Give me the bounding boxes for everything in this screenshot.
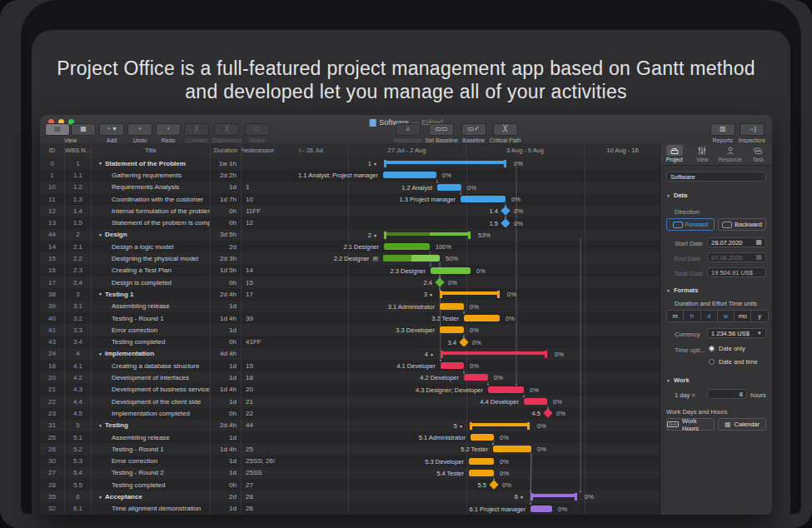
inspectors-button[interactable]: →| [740,123,765,136]
hours-per-day-field[interactable]: 8 [707,389,747,399]
radio-date-and-time[interactable]: Date and time [709,358,758,366]
bar-label: 6.1 Project manager [469,506,526,513]
add-task-button[interactable]: + ▾ [99,123,124,136]
time-unit-m[interactable]: m [667,311,684,321]
work-hours-button[interactable]: 24:00Work Hours [666,418,715,431]
section-data[interactable]: ▼Data [666,192,687,199]
gantt-task-bar[interactable]: 6.1 Project manager0% [275,503,660,515]
chart-view-button[interactable]: ▦ [71,123,96,136]
task-id: 24 [40,348,65,360]
end-date-label: End Date [675,255,700,262]
time-unit-y[interactable]: y [751,311,767,321]
redo-button[interactable]: › [156,123,181,136]
disconnect-button[interactable]: ╳ [214,123,239,136]
task-id: 11 [40,193,65,205]
tab-view[interactable]: View [689,143,717,165]
reports-button[interactable]: ▥ [710,123,735,136]
bar-body [464,315,500,321]
column-header-id[interactable]: ID [40,143,65,157]
gantt-milestone[interactable]: 5.50% [275,479,660,491]
gantt-milestone[interactable]: 1.50% [275,217,660,229]
bar-percent: 0% [585,493,594,501]
gantt-task-bar[interactable]: 1.3 Project manager0% [275,193,660,205]
critical-path-button[interactable]: ╳ [493,123,518,136]
gantt-task-bar[interactable]: 5.3 Developer0% [275,456,660,467]
gantt-task-bar[interactable]: 1.2 Analyst0% [275,182,660,193]
gantt-task-bar[interactable]: 2.2 Designer▤50% [275,252,660,264]
radio-date-only[interactable]: Date only [709,345,745,352]
collapse-caret-icon[interactable]: ▼ [98,232,102,237]
gantt-summary-bar[interactable]: 6 ▼0% [275,491,660,502]
column-header-predecessors[interactable]: Predecessors [242,143,275,157]
task-duration: 0h [211,276,242,288]
gantt-task-bar[interactable]: 3.1 Administrator0% [275,301,660,312]
week-header-3: 10 Aug - 16 [585,143,660,157]
bar-label: 5.5 [478,481,486,489]
gantt-summary-bar[interactable]: 1 ▼0% [275,157,660,169]
bar-percent: 0% [500,458,509,466]
collapse-caret-icon[interactable]: ▼ [98,291,102,296]
collapse-caret-icon[interactable]: ▼ [98,351,102,356]
currency-select[interactable]: 1 234.56 US$▼ [707,328,766,338]
collapse-caret-icon[interactable]: ▼ [98,495,102,500]
task-predecessors: 20 [242,384,275,396]
gantt-milestone[interactable]: 4.50% [275,407,660,419]
baseline-button[interactable]: ▭✓ [461,123,486,136]
undo-button[interactable]: ‹ [127,123,152,136]
note-icon[interactable]: ▤ [372,256,378,262]
time-unit-h[interactable]: h [684,311,700,321]
gantt-task-bar[interactable]: 3.2 Tester0% [275,312,660,324]
calendar-button[interactable]: ▦Calendar [718,418,766,431]
set-baseline-button[interactable]: ▭▭ [429,123,454,136]
start-date-field[interactable]: 28.07.2020▦ [707,237,766,247]
section-formats[interactable]: ▼Formats [666,286,699,294]
resources-button[interactable]: ♟ [396,123,421,136]
gantt-task-bar[interactable]: 1.1 Analyst; Project manager0% [275,169,660,181]
gantt-task-bar[interactable]: 5.4 Tester0% [275,467,660,479]
connect-button[interactable]: ╳ [184,123,209,136]
summary-body [441,351,547,355]
gantt-milestone[interactable]: 2.40% [275,276,660,288]
add-task: + ▾ Add [99,123,124,143]
tab-resource[interactable]: Resource [716,143,745,165]
time-unit-w[interactable]: w [718,311,735,321]
gantt-summary-bar[interactable]: 2 ▼53% [275,229,660,241]
gantt-milestone[interactable]: 1.40% [275,205,660,217]
task-duration: 2d 2h [211,169,242,181]
column-header-title[interactable]: Title [92,143,211,157]
gantt-task-bar[interactable]: 3.3 Developer0% [275,324,660,336]
gantt-task-bar[interactable]: 5.2 Tester0% [275,443,660,455]
task-id: 21 [40,384,65,396]
gantt-task-bar[interactable]: 4.1 Developer0% [275,360,660,371]
gantt-summary-bar[interactable]: 5 ▼0% [275,420,660,431]
task-id: 25 [40,431,65,443]
calendar-icon[interactable]: ▦ [755,239,762,246]
gantt-summary-bar[interactable]: 3 ▼0% [275,288,660,300]
column-header-duration[interactable]: Duration [211,143,242,157]
collapse-caret-icon[interactable]: ▼ [98,423,102,428]
column-header-wbs[interactable]: WBS N... [65,143,92,157]
task-title: Testing - Round 1 [92,443,211,455]
gantt-task-bar[interactable]: 5.1 Administrator0% [275,431,660,443]
time-units-segment: mhdwmoy [666,310,769,322]
gantt-task-bar[interactable]: 2.3 Designer0% [275,265,660,276]
direction-backward-button[interactable]: Backward [718,218,766,231]
collapse-caret-icon[interactable]: ▼ [98,161,102,166]
group-button[interactable]: ▭ [245,123,270,136]
project-name-field[interactable]: Software [666,172,766,182]
gantt-task-bar[interactable]: 4.4 Developer0% [275,396,660,407]
direction-forward-button[interactable]: Forward [666,218,715,231]
bar-label: 4.5 [532,410,541,417]
gantt-task-bar[interactable]: 4.2 Developer0% [275,371,660,383]
tab-project[interactable]: Project [660,143,689,165]
gantt-task-bar[interactable]: 2.1 Designer100% [275,241,660,252]
table-view-button[interactable]: ▤ [45,123,70,136]
task-id: 31 [40,420,65,431]
time-unit-mo[interactable]: mo [735,311,751,321]
gantt-summary-bar[interactable]: 4 ▼0% [275,348,660,360]
gantt-milestone[interactable]: 3.40% [275,336,660,348]
time-unit-d[interactable]: d [701,311,718,321]
gantt-task-bar[interactable]: 4.3 Designer; Developer0% [275,384,660,396]
tab-task[interactable]: Task [745,143,773,165]
section-work[interactable]: ▼Work [666,376,690,384]
